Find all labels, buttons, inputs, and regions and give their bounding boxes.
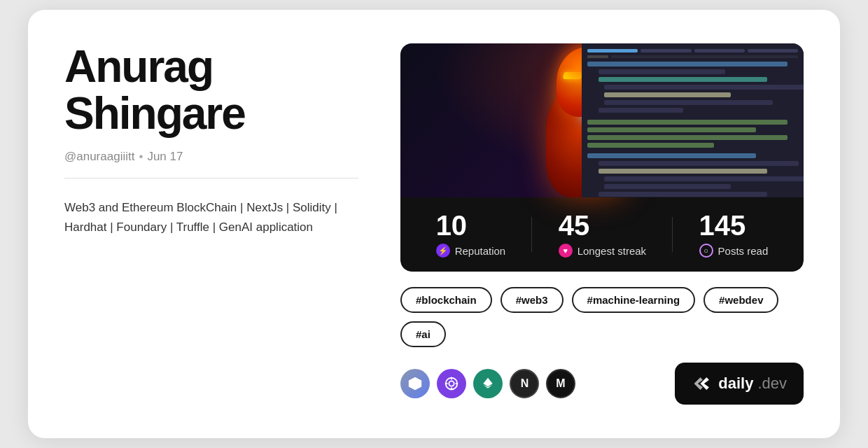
tags-row: #blockchain #web3 #machine-learning #web…: [400, 287, 804, 347]
reputation-icon: ⚡: [436, 244, 450, 258]
meta-dot: •: [139, 150, 143, 164]
tag-blockchain[interactable]: #blockchain: [400, 287, 492, 313]
profile-card: Anurag Shingare @anuraagiiitt • Jun 17 W…: [28, 10, 840, 438]
posts-icon: ○: [699, 244, 713, 258]
stat-posts: 145 ○ Posts read: [699, 211, 769, 258]
ethereum-svg: [481, 377, 495, 391]
svg-marker-0: [409, 377, 421, 390]
stat-streak: 45 ♥ Longest streak: [559, 211, 646, 258]
bottom-row: N M daily.dev: [400, 363, 804, 405]
posts-label: ○ Posts read: [699, 244, 769, 258]
nextjs-icon: N: [510, 369, 539, 398]
daily-logo: daily.dev: [692, 372, 787, 395]
cover-background: [400, 43, 804, 197]
code-tab-2: [640, 49, 691, 52]
code-tabs: [587, 49, 798, 52]
stats-bar: 10 ⚡ Reputation 45 ♥ Longest streak: [400, 197, 804, 272]
svg-point-2: [449, 381, 454, 386]
ethereum-icon: [473, 369, 503, 398]
left-panel: Anurag Shingare @anuraagiiitt • Jun 17 W…: [64, 43, 358, 405]
target-icon: [437, 369, 466, 398]
posts-value: 145: [699, 211, 746, 239]
streak-icon: ♥: [559, 244, 573, 258]
code-panel: [582, 43, 804, 197]
stat-divider-2: [672, 217, 673, 252]
code-tab-1: [587, 49, 638, 52]
brand-daily: daily: [718, 374, 753, 393]
solidity-svg: [407, 376, 423, 391]
user-name: Anurag Shingare: [64, 43, 358, 137]
brand-dev: .dev: [757, 374, 787, 393]
daily-dev-icon: [692, 372, 714, 395]
stat-divider-1: [531, 217, 532, 252]
user-bio: Web3 and Ethereum BlockChain | NextJs | …: [64, 198, 358, 236]
target-svg: [444, 376, 459, 391]
code-content: [587, 60, 798, 197]
tag-web3[interactable]: #web3: [500, 287, 564, 313]
streak-value: 45: [559, 211, 590, 239]
right-panel: 10 ⚡ Reputation 45 ♥ Longest streak: [400, 43, 804, 405]
medium-icon: M: [546, 369, 575, 398]
tech-icons: N M: [400, 369, 575, 398]
divider: [64, 178, 358, 178]
tag-ml[interactable]: #machine-learning: [572, 287, 696, 313]
daily-dev-badge: daily.dev: [675, 363, 804, 405]
user-handle: @anuraagiiitt: [64, 150, 134, 164]
user-meta: @anuraagiiitt • Jun 17: [64, 150, 358, 164]
code-tab-3: [694, 49, 745, 52]
code-tab-4: [748, 49, 798, 52]
reputation-value: 10: [436, 211, 468, 239]
streak-label: ♥ Longest streak: [559, 244, 646, 258]
stat-reputation: 10 ⚡ Reputation: [436, 211, 506, 258]
tag-webdev[interactable]: #webdev: [704, 287, 778, 313]
user-date: Jun 17: [147, 150, 183, 164]
solidity-icon: [400, 369, 430, 398]
reputation-label: ⚡ Reputation: [436, 244, 506, 258]
cover-image: 10 ⚡ Reputation 45 ♥ Longest streak: [400, 43, 804, 272]
tag-ai[interactable]: #ai: [400, 321, 446, 347]
